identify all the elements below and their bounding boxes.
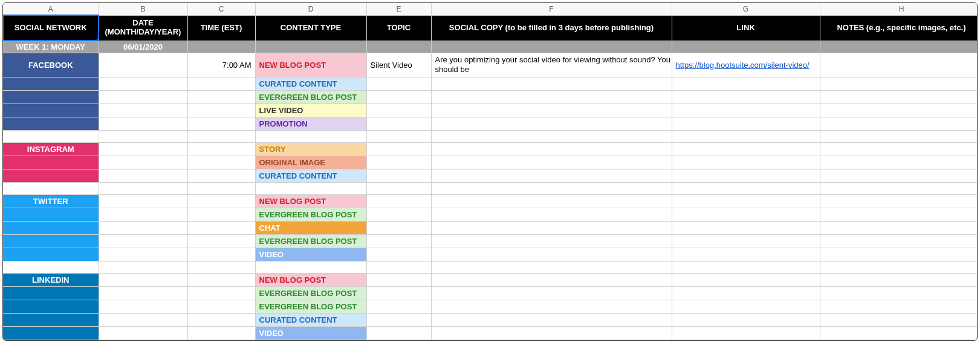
cell[interactable] [366,208,431,221]
cell[interactable] [820,53,978,77]
cell[interactable] [672,90,820,104]
cell[interactable] [366,273,431,286]
cell[interactable] [366,41,431,53]
cell[interactable] [99,326,187,340]
cell[interactable] [187,273,255,286]
cell[interactable] [820,300,978,313]
col-header-D[interactable]: D [255,3,366,15]
cell[interactable] [672,117,820,130]
cell[interactable] [187,117,255,130]
cell[interactable] [99,104,187,117]
header-link[interactable]: LINK [672,15,820,41]
time-cell[interactable]: 7:00 AM [187,53,255,77]
cell[interactable] [99,313,187,326]
cell[interactable] [99,169,187,182]
content-type-video[interactable]: VIDEO [255,248,366,261]
cell[interactable] [366,234,431,248]
cell[interactable] [431,248,672,261]
content-type-curated[interactable]: CURATED CONTENT [255,77,366,90]
cell[interactable] [366,248,431,261]
cell[interactable] [187,221,255,234]
cell[interactable] [366,313,431,326]
content-type-live-video[interactable]: LIVE VIDEO [255,104,366,117]
cell[interactable] [820,169,978,182]
cell[interactable] [431,234,672,248]
cell[interactable] [99,221,187,234]
col-header-A[interactable]: A [3,3,99,15]
network-linkedin[interactable] [3,286,99,300]
network-linkedin[interactable] [3,326,99,340]
content-type-chat[interactable]: CHAT [255,221,366,234]
content-type-new-blog[interactable]: NEW BLOG POST [255,53,366,77]
content-type-curated[interactable]: CURATED CONTENT [255,169,366,182]
cell[interactable] [99,248,187,261]
cell[interactable] [820,221,978,234]
cell[interactable] [99,142,187,156]
col-header-E[interactable]: E [366,3,431,15]
cell[interactable] [99,300,187,313]
cell[interactable] [820,117,978,130]
cell[interactable] [99,156,187,169]
network-twitter[interactable] [3,221,99,234]
cell[interactable] [431,156,672,169]
cell[interactable] [366,77,431,90]
cell[interactable] [431,300,672,313]
content-type-evergreen[interactable]: EVERGREEN BLOG POST [255,300,366,313]
header-topic[interactable]: TOPIC [366,15,431,41]
week-label[interactable]: WEEK 1: MONDAY [3,41,99,53]
network-linkedin[interactable] [3,313,99,326]
cell[interactable] [99,77,187,90]
cell[interactable] [672,326,820,340]
col-header-H[interactable]: H [820,3,978,15]
cell[interactable] [820,90,978,104]
cell[interactable] [366,117,431,130]
cell[interactable] [431,208,672,221]
social-copy-cell[interactable]: Are you optimizing your social video for… [431,53,672,77]
cell[interactable] [187,142,255,156]
cell[interactable] [672,273,820,286]
cell[interactable] [672,221,820,234]
cell[interactable] [431,313,672,326]
cell[interactable] [99,194,187,208]
cell[interactable] [820,248,978,261]
cell[interactable] [820,326,978,340]
cell[interactable] [99,286,187,300]
spreadsheet[interactable]: A B C D E F G H SOCIAL NETWORK DATE (MON… [2,2,978,341]
cell[interactable] [431,90,672,104]
cell[interactable] [99,273,187,286]
cell[interactable] [431,194,672,208]
network-twitter[interactable] [3,208,99,221]
cell[interactable] [187,90,255,104]
cell[interactable] [187,248,255,261]
cell[interactable] [187,234,255,248]
header-social-copy[interactable]: SOCIAL COPY (to be filled in 3 days befo… [431,15,672,41]
network-instagram[interactable] [3,156,99,169]
cell[interactable] [366,194,431,208]
content-type-evergreen[interactable]: EVERGREEN BLOG POST [255,208,366,221]
cell[interactable] [431,286,672,300]
content-type-new-blog[interactable]: NEW BLOG POST [255,194,366,208]
cell[interactable] [187,286,255,300]
network-instagram[interactable]: INSTAGRAM [3,142,99,156]
cell[interactable] [672,194,820,208]
header-content-type[interactable]: CONTENT TYPE [255,15,366,41]
cell[interactable] [99,90,187,104]
cell[interactable] [431,326,672,340]
cell[interactable] [366,104,431,117]
col-header-G[interactable]: G [672,3,820,15]
cell[interactable] [187,41,255,53]
content-type-new-blog[interactable]: NEW BLOG POST [255,273,366,286]
link-anchor[interactable]: https://blog.hootsuite.com/silent-video/ [676,61,810,70]
cell[interactable] [820,313,978,326]
cell[interactable] [99,53,187,77]
cell[interactable] [99,234,187,248]
cell[interactable] [366,90,431,104]
cell[interactable] [672,169,820,182]
cell[interactable] [820,77,978,90]
cell[interactable] [672,300,820,313]
col-header-F[interactable]: F [431,3,672,15]
cell[interactable] [820,273,978,286]
cell[interactable] [431,169,672,182]
network-facebook[interactable] [3,104,99,117]
cell[interactable] [187,104,255,117]
